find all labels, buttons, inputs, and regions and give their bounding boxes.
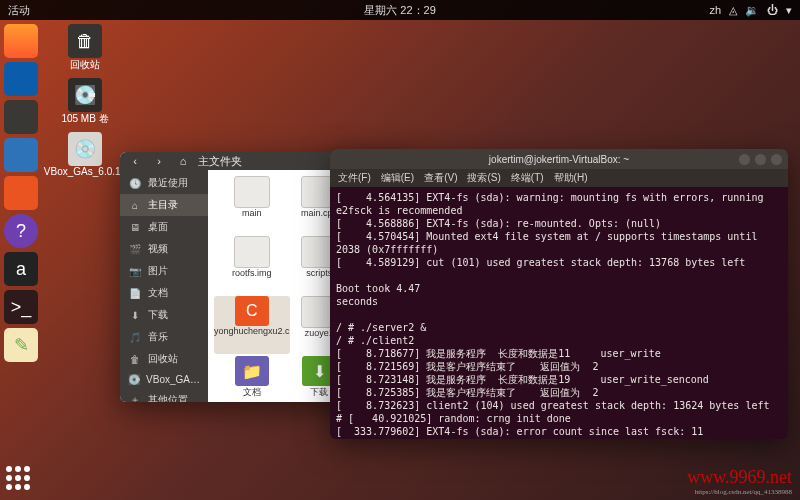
volume-icon[interactable]: 🔉 bbox=[745, 4, 759, 17]
place-label: 回收站 bbox=[148, 352, 178, 366]
sidebar-item-音乐[interactable]: 🎵音乐 bbox=[120, 326, 208, 348]
menu-文件[interactable]: 文件(F) bbox=[338, 171, 371, 185]
place-label: 最近使用 bbox=[148, 176, 188, 190]
desktop-105 MB 卷[interactable]: 💽105 MB 卷 bbox=[50, 78, 120, 126]
place-label: 下载 bbox=[148, 308, 168, 322]
place-label: 其他位置 bbox=[148, 393, 188, 402]
place-icon: 🎬 bbox=[128, 244, 142, 255]
apps-grid-button[interactable] bbox=[6, 466, 34, 494]
forward-button[interactable]: › bbox=[150, 152, 168, 170]
dock: ?a>_✎ bbox=[2, 22, 40, 362]
activities-button[interactable]: 活动 bbox=[8, 3, 30, 18]
dock-帮助[interactable]: ? bbox=[4, 214, 38, 248]
sidebar-item-回收站[interactable]: 🗑回收站 bbox=[120, 348, 208, 370]
menu-查看[interactable]: 查看(V) bbox=[424, 171, 457, 185]
sidebar-item-下载[interactable]: ⬇下载 bbox=[120, 304, 208, 326]
sidebar-item-最近使用[interactable]: 🕓最近使用 bbox=[120, 172, 208, 194]
file-文档[interactable]: 📁文档 bbox=[214, 356, 290, 402]
desktop-回收站[interactable]: 🗑回收站 bbox=[50, 24, 120, 72]
place-icon: 📷 bbox=[128, 266, 142, 277]
desktop-icons: 🗑回收站💽105 MB 卷💿VBox_GAs_6.0.12 bbox=[50, 24, 120, 177]
place-icon: 📄 bbox=[128, 288, 142, 299]
menu-终端[interactable]: 终端(T) bbox=[511, 171, 544, 185]
file-yonghuchengxu2.c[interactable]: Cyonghuchengxu2.c bbox=[214, 296, 290, 354]
maximize-button[interactable] bbox=[755, 154, 766, 165]
close-button[interactable] bbox=[771, 154, 782, 165]
place-icon: 🖥 bbox=[128, 222, 142, 233]
place-icon: 💽 bbox=[128, 374, 140, 385]
dock-thunderbird[interactable] bbox=[4, 62, 38, 96]
dock-ubuntu-software[interactable] bbox=[4, 176, 38, 210]
clock[interactable]: 星期六 22：29 bbox=[364, 3, 436, 18]
terminal-title: jokertim@jokertim-VirtualBox: ~ bbox=[489, 154, 629, 165]
top-bar: 活动 星期六 22：29 zh ◬ 🔉 ⏻ ▾ bbox=[0, 0, 800, 20]
system-menu-icon[interactable]: ▾ bbox=[786, 4, 792, 17]
sidebar-item-其他位置[interactable]: ＋其他位置 bbox=[120, 389, 208, 402]
place-icon: 🎵 bbox=[128, 332, 142, 343]
home-icon: ⌂ bbox=[174, 152, 192, 170]
file-icon: C bbox=[235, 296, 269, 326]
back-button[interactable]: ‹ bbox=[126, 152, 144, 170]
file-label: scripts bbox=[306, 268, 332, 278]
dock-terminal[interactable]: >_ bbox=[4, 290, 38, 324]
sidebar-item-文档[interactable]: 📄文档 bbox=[120, 282, 208, 304]
path-label[interactable]: 主文件夹 bbox=[198, 154, 242, 169]
watermark: www.9969.nethttps://blog.csdn.net/qq_413… bbox=[687, 467, 792, 496]
terminal-titlebar: jokertim@jokertim-VirtualBox: ~ bbox=[330, 149, 788, 169]
place-label: 图片 bbox=[148, 264, 168, 278]
minimize-button[interactable] bbox=[739, 154, 750, 165]
file-label: yonghuchengxu2.c bbox=[214, 326, 290, 336]
place-icon: 🕓 bbox=[128, 178, 142, 189]
file-rootfs.img[interactable]: rootfs.img bbox=[214, 236, 290, 294]
file-icon bbox=[234, 236, 270, 268]
file-icon: 📁 bbox=[235, 356, 269, 386]
place-label: 桌面 bbox=[148, 220, 168, 234]
dock-libreoffice-writer[interactable] bbox=[4, 138, 38, 172]
place-icon: ＋ bbox=[128, 393, 142, 402]
terminal-output[interactable]: [ 4.564135] EXT4-fs (sda): warning: moun… bbox=[330, 187, 788, 439]
terminal-window: jokertim@jokertim-VirtualBox: ~ 文件(F)编辑(… bbox=[330, 149, 788, 439]
fm-sidebar: 🕓最近使用⌂主目录🖥桌面🎬视频📷图片📄文档⬇下载🎵音乐🗑回收站💽VBox_GA…… bbox=[120, 170, 208, 402]
menu-编辑[interactable]: 编辑(E) bbox=[381, 171, 414, 185]
terminal-menubar: 文件(F)编辑(E)查看(V)搜索(S)终端(T)帮助(H) bbox=[330, 169, 788, 187]
place-label: 文档 bbox=[148, 286, 168, 300]
place-label: 音乐 bbox=[148, 330, 168, 344]
place-icon: 🗑 bbox=[128, 354, 142, 365]
menu-帮助[interactable]: 帮助(H) bbox=[554, 171, 588, 185]
network-icon[interactable]: ◬ bbox=[729, 4, 737, 17]
file-icon bbox=[234, 176, 270, 208]
file-main[interactable]: main bbox=[214, 176, 290, 234]
sidebar-item-视频[interactable]: 🎬视频 bbox=[120, 238, 208, 260]
place-label: 主目录 bbox=[148, 198, 178, 212]
sidebar-item-桌面[interactable]: 🖥桌面 bbox=[120, 216, 208, 238]
file-label: 下载 bbox=[310, 386, 328, 399]
sidebar-item-图片[interactable]: 📷图片 bbox=[120, 260, 208, 282]
place-icon: ⬇ bbox=[128, 310, 142, 321]
dock-amazon[interactable]: a bbox=[4, 252, 38, 286]
power-icon[interactable]: ⏻ bbox=[767, 4, 778, 16]
desktop-VBox_GAs_6.0.12[interactable]: 💿VBox_GAs_6.0.12 bbox=[50, 132, 120, 177]
file-label: 文档 bbox=[243, 386, 261, 399]
menu-搜索[interactable]: 搜索(S) bbox=[467, 171, 500, 185]
dock-firefox[interactable] bbox=[4, 24, 38, 58]
place-label: VBox_GA… bbox=[146, 374, 200, 385]
place-label: 视频 bbox=[148, 242, 168, 256]
input-source[interactable]: zh bbox=[709, 4, 721, 16]
dock-text-editor[interactable]: ✎ bbox=[4, 328, 38, 362]
file-label: rootfs.img bbox=[232, 268, 272, 278]
sidebar-item-VBox_GA…[interactable]: 💽VBox_GA… bbox=[120, 370, 208, 389]
dock-files[interactable] bbox=[4, 100, 38, 134]
place-icon: ⌂ bbox=[128, 200, 142, 211]
file-label: main bbox=[242, 208, 262, 218]
sidebar-item-主目录[interactable]: ⌂主目录 bbox=[120, 194, 208, 216]
